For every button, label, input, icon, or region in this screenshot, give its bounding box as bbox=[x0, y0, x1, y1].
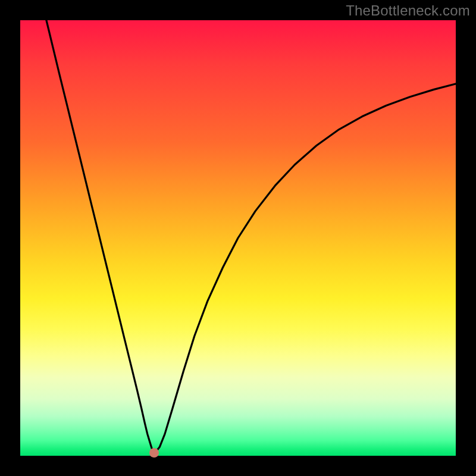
bottleneck-curve bbox=[20, 20, 456, 456]
curve-path bbox=[46, 20, 456, 452]
watermark-text: TheBottleneck.com bbox=[346, 2, 470, 19]
plot-area bbox=[20, 20, 456, 456]
minimum-marker-dot bbox=[149, 448, 159, 458]
chart-frame: TheBottleneck.com bbox=[0, 0, 476, 476]
